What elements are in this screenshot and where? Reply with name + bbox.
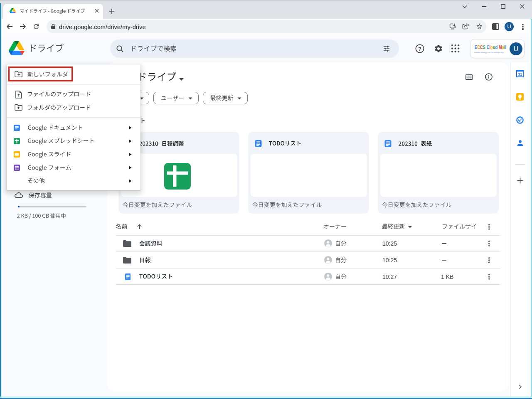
svg-text:31: 31 (518, 72, 522, 76)
svg-text:Information Technology Center,: Information Technology Center, The Unive… (474, 52, 504, 54)
svg-text:?: ? (418, 46, 421, 52)
